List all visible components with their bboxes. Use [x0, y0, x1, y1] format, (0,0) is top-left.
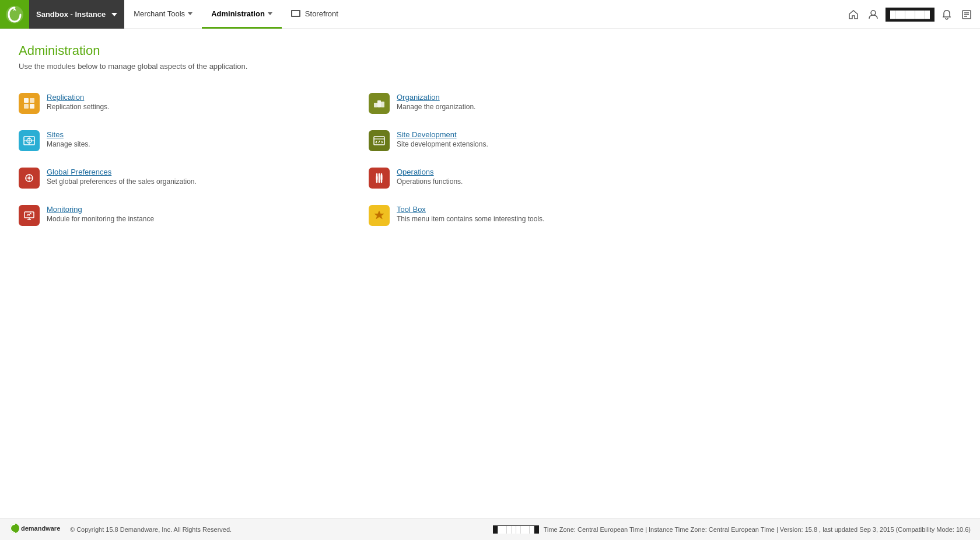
- svg-rect-18: [381, 102, 384, 107]
- sites-icon: [19, 130, 40, 151]
- organization-text: Organization Manage the organization.: [397, 93, 475, 111]
- svg-rect-25: [380, 175, 383, 180]
- tool-box-text: Tool Box This menu item contains some in…: [397, 205, 544, 223]
- global-preferences-link[interactable]: Global Preferences: [47, 168, 197, 176]
- module-sites: Sites Manage sites.: [19, 122, 369, 159]
- settings-icon[interactable]: [959, 7, 974, 22]
- sites-text: Sites Manage sites.: [47, 130, 90, 148]
- page-subtitle: Use the modules below to manage global a…: [19, 62, 961, 71]
- svg-marker-26: [374, 211, 384, 219]
- tool-box-link[interactable]: Tool Box: [397, 205, 544, 214]
- merchant-tools-label: Merchant Tools: [134, 9, 185, 18]
- demandware-footer-logo-icon: demandware: [9, 523, 68, 534]
- header: Sandbox - Instance Merchant Tools Admini…: [0, 0, 980, 29]
- svg-rect-24: [376, 176, 378, 180]
- replication-link[interactable]: Replication: [47, 93, 109, 102]
- storefront-monitor-icon: [291, 10, 300, 17]
- nav-item-storefront[interactable]: Storefront: [282, 0, 348, 29]
- main-content: Administration Use the modules below to …: [0, 29, 980, 518]
- logo-area: [0, 0, 29, 29]
- site-development-icon: [369, 130, 390, 151]
- monitoring-link[interactable]: Monitoring: [47, 205, 154, 214]
- organization-link[interactable]: Organization: [397, 93, 475, 102]
- operations-icon: [369, 168, 390, 189]
- tool-box-desc: This menu item contains some interesting…: [397, 215, 544, 223]
- organization-icon: [369, 93, 390, 114]
- bell-icon[interactable]: [939, 7, 954, 22]
- module-replication: Replication Replication settings.: [19, 85, 369, 122]
- footer: demandware © Copyright 15.8 Demandware, …: [0, 518, 980, 540]
- global-preferences-text: Global Preferences Set global preference…: [47, 168, 197, 186]
- monitoring-desc: Module for monitoring the instance: [47, 215, 154, 223]
- instance-selector[interactable]: Sandbox - Instance: [29, 0, 124, 29]
- module-tool-box: Tool Box This menu item contains some in…: [369, 197, 719, 234]
- operations-desc: Operations functions.: [397, 177, 463, 186]
- monitoring-icon: [19, 205, 40, 226]
- sites-desc: Manage sites.: [47, 140, 90, 148]
- svg-rect-17: [377, 100, 381, 107]
- user-label-badge: ████████: [886, 8, 935, 22]
- svg-line-20: [379, 141, 380, 143]
- replication-icon: [19, 93, 40, 114]
- nav-item-administration[interactable]: Administration: [202, 0, 282, 29]
- operations-text: Operations Operations functions.: [397, 168, 463, 186]
- site-development-text: Site Development Site development extens…: [397, 130, 488, 148]
- footer-user-badge: ████████: [493, 525, 538, 534]
- svg-rect-16: [374, 103, 377, 107]
- module-site-development: Site Development Site development extens…: [369, 122, 719, 159]
- header-right: ████████: [840, 0, 980, 29]
- global-preferences-desc: Set global preferences of the sales orga…: [47, 177, 197, 186]
- instance-caret-icon: [111, 13, 117, 16]
- sites-link[interactable]: Sites: [47, 130, 90, 139]
- module-organization: Organization Manage the organization.: [369, 85, 719, 122]
- administration-caret-icon: [268, 12, 272, 15]
- footer-copyright: © Copyright 15.8 Demandware, Inc. All Ri…: [70, 526, 232, 533]
- monitoring-text: Monitoring Module for monitoring the ins…: [47, 205, 154, 223]
- merchant-tools-caret-icon: [188, 12, 192, 15]
- global-preferences-icon: [19, 168, 40, 189]
- svg-text:demandware: demandware: [21, 525, 60, 532]
- footer-logo: demandware: [9, 523, 68, 535]
- administration-label: Administration: [211, 9, 265, 18]
- svg-rect-19: [374, 137, 384, 145]
- replication-desc: Replication settings.: [47, 103, 109, 111]
- home-icon[interactable]: [846, 7, 861, 22]
- svg-point-14: [28, 177, 30, 179]
- replication-text: Replication Replication settings.: [47, 93, 109, 111]
- footer-left: demandware © Copyright 15.8 Demandware, …: [9, 523, 232, 535]
- operations-link[interactable]: Operations: [397, 168, 463, 176]
- footer-right: ████████ Time Zone: Central European Tim…: [493, 525, 971, 534]
- site-development-link[interactable]: Site Development: [397, 130, 488, 139]
- tool-box-icon: [369, 205, 390, 226]
- page-title: Administration: [19, 43, 961, 58]
- demandware-logo-icon: [5, 5, 24, 24]
- left-column: Replication Replication settings. Sites: [19, 85, 369, 234]
- svg-point-1: [871, 11, 876, 15]
- storefront-label: Storefront: [305, 9, 338, 18]
- modules-grid: Replication Replication settings. Sites: [19, 85, 719, 234]
- nav-item-merchant-tools[interactable]: Merchant Tools: [124, 0, 202, 29]
- svg-rect-4: [30, 98, 34, 103]
- module-monitoring: Monitoring Module for monitoring the ins…: [19, 197, 369, 234]
- svg-rect-6: [30, 104, 34, 109]
- right-column: Organization Manage the organization. Si…: [369, 85, 719, 234]
- svg-rect-3: [24, 98, 29, 103]
- instance-name: Sandbox - Instance: [36, 10, 106, 19]
- site-development-desc: Site development extensions.: [397, 140, 488, 148]
- module-operations: Operations Operations functions.: [369, 159, 719, 197]
- footer-timezone-info: Time Zone: Central European Time | Insta…: [544, 526, 971, 533]
- organization-desc: Manage the organization.: [397, 103, 475, 111]
- user-icon[interactable]: [866, 7, 881, 22]
- module-global-preferences: Global Preferences Set global preference…: [19, 159, 369, 197]
- svg-rect-5: [24, 104, 29, 109]
- main-nav: Merchant Tools Administration Storefront: [124, 0, 840, 29]
